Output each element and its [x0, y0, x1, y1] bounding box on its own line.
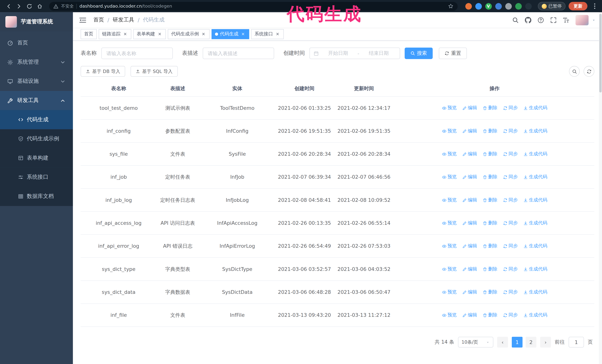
tab-close-icon[interactable]: × [122, 31, 128, 37]
edit-link[interactable]: 编辑 [462, 151, 477, 157]
generate-code-link[interactable]: 生成代码 [523, 197, 547, 203]
green-v-extension-icon[interactable]: V [485, 3, 492, 10]
help-icon[interactable] [538, 17, 544, 23]
page-button-2[interactable]: 2 [526, 337, 537, 348]
edit-link[interactable]: 编辑 [462, 197, 477, 203]
sync-link[interactable]: 同步 [503, 266, 518, 272]
logo[interactable]: 芋道管理系统 [0, 12, 73, 31]
tab-home[interactable]: 首页 [81, 29, 97, 39]
generate-code-link[interactable]: 生成代码 [523, 174, 547, 180]
preview-link[interactable]: 预览 [442, 220, 457, 226]
sidebar-subitem-codegen-example[interactable]: 代码生成示例 [0, 129, 73, 148]
edit-link[interactable]: 编辑 [462, 289, 477, 295]
tab-codegen[interactable]: 代码生成× [212, 29, 249, 39]
browser-home-button[interactable] [35, 1, 45, 11]
reset-button[interactable]: 重置 [439, 48, 467, 59]
goto-page-input[interactable] [569, 337, 584, 348]
fox-extension-icon[interactable] [465, 3, 472, 10]
sidebar-item-system-mgmt[interactable]: 系统管理 [0, 52, 73, 72]
generate-code-link[interactable]: 生成代码 [523, 151, 547, 157]
github-icon[interactable] [525, 17, 531, 23]
sync-link[interactable]: 同步 [503, 243, 518, 249]
edit-link[interactable]: 编辑 [462, 266, 477, 272]
date-range-picker[interactable]: 开始日期 - 结束日期 [310, 48, 400, 59]
table-name-input[interactable] [101, 48, 173, 59]
delete-link[interactable]: 删除 [482, 174, 497, 180]
browser-menu-icon[interactable] [591, 3, 598, 10]
url-text[interactable]: dashboard.yudao.iocoder.cn/tool/codegen [79, 3, 172, 9]
scrollbar-thumb[interactable] [599, 14, 602, 93]
fontsize-icon[interactable] [563, 17, 570, 23]
sync-link[interactable]: 同步 [503, 105, 518, 111]
page-button-1[interactable]: 1 [512, 337, 523, 348]
delete-link[interactable]: 删除 [482, 128, 497, 134]
sync-link[interactable]: 同步 [503, 197, 518, 203]
preview-link[interactable]: 预览 [442, 174, 457, 180]
reload-button[interactable] [25, 1, 34, 11]
prev-page-button[interactable]: ‹ [497, 337, 508, 348]
sidebar-item-infrastructure[interactable]: 基础设施 [0, 72, 73, 91]
preview-link[interactable]: 预览 [442, 197, 457, 203]
delete-link[interactable]: 删除 [482, 243, 497, 249]
toggle-search-button[interactable] [569, 66, 580, 77]
paused-badge[interactable]: 已暂停 [538, 2, 566, 10]
delete-link[interactable]: 删除 [482, 312, 497, 318]
sidebar-subitem-db-doc[interactable]: 数据库文档 [0, 187, 73, 206]
sync-link[interactable]: 同步 [503, 151, 518, 157]
delete-link[interactable]: 删除 [482, 151, 497, 157]
tab-close-icon[interactable]: × [240, 31, 246, 37]
search-icon[interactable] [512, 17, 519, 23]
sidebar-subitem-codegen[interactable]: 代码生成 [0, 110, 73, 129]
edit-link[interactable]: 编辑 [462, 105, 477, 111]
tab-tracer[interactable]: 链路追踪× [99, 29, 131, 39]
sidebar-subitem-form-builder[interactable]: 表单构建 [0, 148, 73, 168]
tab-close-icon[interactable]: × [201, 31, 206, 37]
tab-close-icon[interactable]: × [157, 31, 162, 37]
delete-link[interactable]: 删除 [482, 197, 497, 203]
tab-close-icon[interactable]: × [275, 31, 280, 37]
edit-link[interactable]: 编辑 [462, 243, 477, 249]
breadcrumb-item-dev-tools[interactable]: 研发工具 [113, 16, 134, 23]
generate-code-link[interactable]: 生成代码 [523, 289, 547, 295]
tab-codegen-example[interactable]: 代码生成示例× [168, 29, 210, 39]
tab-form-builder[interactable]: 表单构建× [133, 29, 166, 39]
address-bar[interactable]: 不安全 dashboard.yudao.iocoder.cn/tool/code… [49, 2, 457, 10]
preview-link[interactable]: 预览 [442, 105, 457, 111]
generate-code-link[interactable]: 生成代码 [523, 312, 547, 318]
blue-extension-icon[interactable] [475, 3, 482, 10]
generate-code-link[interactable]: 生成代码 [523, 220, 547, 226]
card-extension-icon[interactable] [505, 3, 512, 10]
sidebar-item-home[interactable]: 首页 [0, 33, 73, 52]
delete-link[interactable]: 删除 [482, 266, 497, 272]
generate-code-link[interactable]: 生成代码 [523, 243, 547, 249]
edit-link[interactable]: 编辑 [462, 312, 477, 318]
search-button[interactable]: 搜索 [405, 48, 433, 59]
fullscreen-icon[interactable] [550, 17, 557, 23]
preview-link[interactable]: 预览 [442, 151, 457, 157]
generate-code-link[interactable]: 生成代码 [523, 128, 547, 134]
delete-link[interactable]: 删除 [482, 105, 497, 111]
back-button[interactable] [4, 1, 13, 11]
edit-link[interactable]: 编辑 [462, 174, 477, 180]
sidebar-subitem-system-api[interactable]: 系统接口 [0, 167, 73, 187]
user-avatar[interactable] [576, 15, 589, 25]
edit-link[interactable]: 编辑 [462, 128, 477, 134]
tab-system-api[interactable]: 系统接口× [251, 29, 284, 39]
sync-link[interactable]: 同步 [503, 220, 518, 226]
next-page-button[interactable]: › [540, 337, 551, 348]
avatar-caret-icon[interactable] [592, 18, 596, 22]
paw-extension-icon[interactable] [525, 3, 531, 10]
import-sql-button[interactable]: 基于 SQL 导入 [130, 66, 178, 77]
refresh-table-button[interactable] [584, 66, 594, 77]
update-button[interactable]: 更新 [569, 2, 588, 10]
table-desc-input[interactable] [203, 48, 274, 59]
bookmark-star-icon[interactable] [448, 3, 453, 9]
preview-link[interactable]: 预览 [442, 312, 457, 318]
breadcrumb-item-home[interactable]: 首页 [93, 16, 104, 23]
preview-link[interactable]: 预览 [442, 266, 457, 272]
page-size-select[interactable]: 10条/页 [458, 337, 494, 348]
preview-link[interactable]: 预览 [442, 289, 457, 295]
delete-link[interactable]: 删除 [482, 289, 497, 295]
sync-link[interactable]: 同步 [503, 128, 518, 134]
edit-link[interactable]: 编辑 [462, 220, 477, 226]
